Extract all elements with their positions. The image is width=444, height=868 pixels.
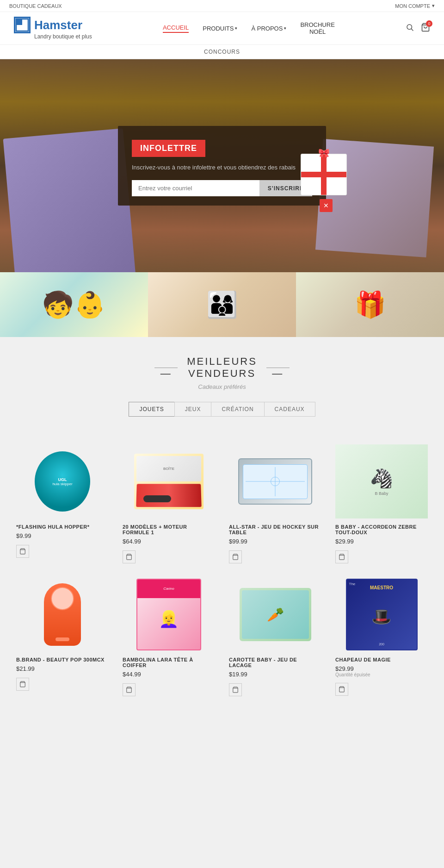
category-row: 🧒👶 👨‍👩‍👦 🎁 (0, 272, 444, 337)
newsletter-text: Inscrivez-vous à notre infolettre et vou… (132, 164, 312, 171)
title-line-left: — (154, 368, 178, 368)
product-card-1: BOÎTE 20 MODÈLES + MOTEUR FORMULE 1 $64.… (116, 437, 222, 570)
best-sellers-section: — MEILLEURS VENDEURS — Cadeaux préférés … (0, 337, 444, 437)
concours-label: CONCOURS (204, 49, 240, 55)
newsletter-popup: INFOLETTRE Inscrivez-vous à notre infole… (118, 126, 326, 206)
boutique-label: BOUTIQUE CADEAUX (9, 3, 62, 9)
product-price-0: $9.99 (16, 532, 109, 539)
header-icons: 0 (406, 23, 430, 34)
svg-line-3 (411, 29, 413, 31)
hero-section: INFOLETTRE Inscrivez-vous à notre infole… (0, 59, 444, 272)
svg-rect-1 (16, 19, 22, 25)
header: Hamster Landry boutique et plus ACCUEIL … (0, 12, 444, 45)
logo-name: Hamster (34, 18, 82, 32)
infolettre-badge: INFOLETTRE (132, 140, 205, 157)
add-cart-button-6[interactable] (229, 683, 242, 696)
product-card-7: The MAESTRO 🎩 200 CHAPEAU DE MAGIE $29.9… (328, 570, 435, 703)
product-name-6: CAROTTE BABY - JEU DE LACAGE (229, 657, 321, 668)
product-price-6: $19.99 (229, 671, 321, 678)
top-bar: BOUTIQUE CADEAUX MON COMPTE ▾ (0, 0, 444, 12)
nav-apropos[interactable]: À PROPOS ▾ (251, 25, 286, 32)
product-card-0: UGL hula skipper *FLASHING HULA HOPPER* … (9, 437, 116, 570)
logo-subtitle: Landry boutique et plus (34, 33, 92, 40)
category-family[interactable]: 👨‍👩‍👦 (148, 272, 296, 337)
products-grid: UGL hula skipper *FLASHING HULA HOPPER* … (0, 437, 444, 712)
best-sellers-line1: MEILLEURS (187, 356, 257, 368)
mon-compte-menu[interactable]: MON COMPTE ▾ (395, 3, 435, 9)
nav-noel[interactable]: NOËL (309, 28, 326, 35)
add-cart-button-2[interactable] (229, 550, 242, 563)
nav-brochure[interactable]: BROCHURE (300, 21, 334, 28)
product-image-7: The MAESTRO 🎩 200 (335, 577, 428, 651)
category-kids[interactable]: 🧒👶 (0, 272, 148, 337)
product-card-6: 🥕 CAROTTE BABY - JEU DE LACAGE $19.99 (222, 570, 328, 703)
product-price-7: $29.99 Quantité épuisée (335, 665, 428, 677)
product-name-7: CHAPEAU DE MAGIE (335, 657, 428, 662)
filter-tab-cadeaux[interactable]: CADEAUX (264, 402, 315, 417)
product-card-4: B.BRAND - BEAUTY POP 300MCX $21.99 (9, 570, 116, 703)
best-sellers-line2: VENDEURS (187, 368, 257, 380)
product-qty-note-7: Quantité épuisée (335, 672, 428, 677)
product-card-2: ALL-STAR - JEU DE HOCKEY SUR TABLE $99.9… (222, 437, 328, 570)
nav-produits[interactable]: PRODUITS ▾ (203, 25, 237, 32)
product-image-6: 🥕 (229, 577, 321, 651)
add-cart-button-1[interactable] (123, 550, 136, 563)
product-price-4: $21.99 (16, 665, 109, 672)
product-price-1: $64.99 (123, 538, 215, 545)
product-image-2 (229, 444, 321, 518)
newsletter-email-input[interactable] (132, 180, 259, 196)
main-nav: ACCUEIL PRODUITS ▾ À PROPOS ▾ BROCHURE N… (163, 21, 335, 35)
product-name-3: B BABY - ACCORDEON ZEBRE TOUT-DOUX (335, 524, 428, 535)
add-cart-button-7[interactable] (335, 683, 348, 696)
product-price-3: $29.99 (335, 538, 428, 545)
gift-box-left (3, 128, 136, 272)
title-line-right: — (266, 368, 290, 368)
best-sellers-subtitle: Cadeaux préférés (9, 383, 435, 390)
product-name-0: *FLASHING HULA HOPPER* (16, 524, 109, 530)
product-image-1: BOÎTE (123, 444, 215, 518)
svg-point-2 (407, 25, 412, 30)
product-image-0: UGL hula skipper (16, 444, 109, 518)
add-cart-button-0[interactable] (16, 545, 29, 558)
product-card-3: 🦓 B Baby B BABY - ACCORDEON ZEBRE TOUT-D… (328, 437, 435, 570)
cart-icon[interactable]: 0 (421, 23, 430, 34)
add-cart-button-4[interactable] (16, 678, 29, 691)
product-card-5: Carino 👱‍♀️ BAMBOLINA LARA TÊTE À COIFFE… (116, 570, 222, 703)
best-sellers-title: — MEILLEURS VENDEURS — (9, 356, 435, 380)
product-name-5: BAMBOLINA LARA TÊTE À COIFFER (123, 657, 215, 668)
product-name-4: B.BRAND - BEAUTY POP 300MCX (16, 657, 109, 662)
filter-tab-creation[interactable]: CRÉATION (211, 402, 264, 417)
logo-icon (14, 17, 31, 33)
cart-count: 0 (426, 20, 432, 27)
product-price-2: $99.99 (229, 538, 321, 545)
mon-compte-label: MON COMPTE (395, 3, 430, 9)
concours-bar: CONCOURS (0, 45, 444, 59)
category-gift[interactable]: 🎁 (296, 272, 444, 337)
product-price-5: $44.99 (123, 671, 215, 678)
newsletter-form: S'INSCRIRE (132, 180, 312, 196)
filter-tab-jeux[interactable]: JEUX (174, 402, 211, 417)
apropos-caret: ▾ (284, 26, 286, 31)
logo[interactable]: Hamster Landry boutique et plus (14, 17, 92, 40)
add-cart-button-3[interactable] (335, 550, 348, 563)
filter-tabs: JOUETS JEUX CRÉATION CADEAUX (9, 402, 435, 417)
nav-accueil[interactable]: ACCUEIL (163, 24, 189, 33)
add-cart-button-5[interactable] (123, 683, 136, 696)
filter-tab-jouets[interactable]: JOUETS (129, 402, 174, 417)
product-name-2: ALL-STAR - JEU DE HOCKEY SUR TABLE (229, 524, 321, 535)
mon-compte-caret: ▾ (432, 3, 435, 9)
popup-close-button[interactable]: ✕ (320, 199, 333, 212)
product-image-4 (16, 577, 109, 651)
product-image-3: 🦓 B Baby (335, 444, 428, 518)
product-name-1: 20 MODÈLES + MOTEUR FORMULE 1 (123, 524, 215, 535)
search-icon[interactable] (406, 23, 414, 34)
produits-caret: ▾ (235, 26, 237, 31)
product-image-5: Carino 👱‍♀️ (123, 577, 215, 651)
